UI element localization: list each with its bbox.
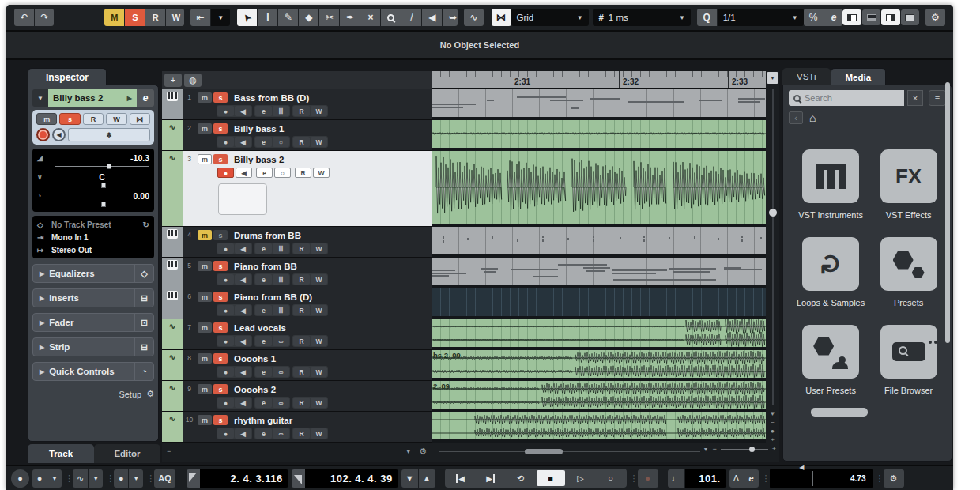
color-tool[interactable]: ➥ bbox=[443, 9, 458, 26]
monitor-button[interactable]: ◀ bbox=[235, 243, 251, 254]
audio-mode-button[interactable]: ∿ bbox=[73, 469, 88, 488]
track-row[interactable]: ∿ 9 msOooohs 2 ●◀e∞RW bbox=[162, 381, 432, 412]
mute-button[interactable]: m bbox=[198, 353, 212, 364]
edit-channel-button[interactable]: e bbox=[255, 428, 272, 439]
right-locator[interactable]: 102. 4. 4. 39 bbox=[292, 469, 398, 488]
metronome-click-button[interactable]: ● bbox=[638, 469, 658, 488]
audio-region[interactable] bbox=[432, 319, 766, 350]
tab-media[interactable]: Media bbox=[831, 68, 887, 85]
go-to-previous-marker-button[interactable]: ◀ bbox=[447, 470, 475, 486]
output-routing-row[interactable]: ↦ Stereo Out bbox=[37, 243, 149, 256]
right-zone-toggle[interactable] bbox=[881, 9, 899, 25]
gear-icon[interactable]: ⚙ bbox=[419, 447, 427, 457]
draw-tool[interactable]: ✎ bbox=[278, 9, 298, 26]
media-scrollbar[interactable] bbox=[945, 82, 950, 343]
midi-mode-button[interactable]: ● bbox=[114, 469, 128, 488]
edit-channel-button[interactable]: e bbox=[255, 367, 272, 377]
solo-button[interactable]: s bbox=[213, 154, 228, 164]
write-button[interactable]: W bbox=[311, 305, 327, 315]
erase-tool[interactable]: ◆ bbox=[299, 9, 318, 26]
tile-vst-effects[interactable]: FX VST Effects bbox=[880, 149, 937, 220]
mute-button[interactable]: m bbox=[198, 384, 212, 394]
zoom-out-icon[interactable]: − bbox=[771, 418, 775, 427]
lower-zone-toggle[interactable] bbox=[862, 9, 880, 25]
record-enable-button[interactable]: ● bbox=[217, 336, 234, 346]
midi-region[interactable] bbox=[432, 89, 766, 120]
inspector-write-button[interactable]: W bbox=[106, 113, 126, 125]
tab-inspector[interactable]: Inspector bbox=[28, 68, 107, 85]
tile-file-browser[interactable]: File Browser bbox=[880, 325, 937, 395]
object-selection-tool[interactable]: ➤ bbox=[237, 9, 257, 26]
track-row[interactable]: ∿ 2 msBilly bass 1 ●◀e○RW bbox=[162, 120, 432, 151]
monitor-button[interactable]: ◀ bbox=[235, 367, 251, 377]
record-mode-dropdown[interactable]: ▼ bbox=[47, 469, 62, 488]
left-locator-display[interactable]: 2. 4. 3.116 bbox=[200, 469, 288, 488]
right-locator-display[interactable]: 102. 4. 4. 39 bbox=[305, 469, 398, 488]
write-button[interactable]: W bbox=[311, 428, 327, 439]
monitor-button[interactable]: ◀ bbox=[52, 128, 66, 141]
track-row[interactable]: ∿ 8 msOooohs 1 ●◀e∞RW bbox=[162, 350, 432, 381]
channel-icon[interactable]: ∞ bbox=[273, 398, 289, 408]
section-equalizers[interactable]: ▶ Equalizers ◇ bbox=[32, 264, 154, 283]
fader-badge-icon[interactable]: ⊡ bbox=[134, 314, 153, 331]
edit-channel-button[interactable]: e bbox=[255, 137, 272, 147]
mute-button[interactable]: m bbox=[198, 292, 212, 302]
inspector-read-button[interactable]: R bbox=[83, 113, 104, 125]
constrain-delay-button[interactable]: ● bbox=[11, 469, 29, 488]
cycle-button[interactable]: ⟲ bbox=[507, 470, 535, 486]
tab-editor[interactable]: Editor bbox=[94, 444, 160, 463]
monitor-button[interactable]: ◀ bbox=[235, 305, 251, 315]
record-enable-button[interactable]: ● bbox=[217, 398, 234, 408]
edit-channel-button[interactable]: e bbox=[255, 243, 272, 254]
midi-mode-dropdown[interactable]: ▼ bbox=[129, 469, 143, 488]
write-button[interactable]: W bbox=[313, 168, 330, 178]
scrollbar-track[interactable] bbox=[439, 451, 700, 452]
add-track-button[interactable]: + bbox=[164, 74, 182, 87]
quantize-panel-button[interactable]: e bbox=[824, 9, 843, 26]
chevron-down-icon[interactable]: ▼ bbox=[703, 447, 709, 452]
record-enable-button[interactable]: ● bbox=[217, 428, 234, 439]
midi-region[interactable] bbox=[432, 227, 766, 258]
record-enable-button[interactable]: ● bbox=[217, 274, 234, 285]
vertical-zoom-thumb[interactable] bbox=[769, 209, 777, 217]
write-button[interactable]: W bbox=[311, 398, 327, 408]
mute-all-button[interactable]: M bbox=[104, 9, 124, 26]
section-quick-controls[interactable]: ▶ Quick Controls ◔ bbox=[32, 362, 154, 381]
vertical-zoom-track[interactable] bbox=[772, 89, 774, 405]
instrument-icon[interactable]: Ⅲ bbox=[273, 106, 289, 116]
snap-toggle-button[interactable]: ⋈ bbox=[492, 9, 511, 26]
track-picture-placeholder[interactable] bbox=[218, 183, 267, 215]
horizontal-scrollbar-thumb[interactable] bbox=[525, 449, 563, 454]
punch-out-button[interactable]: ▲ bbox=[419, 469, 435, 488]
punch-in-button[interactable]: ▼ bbox=[401, 469, 418, 488]
search-clear-button[interactable]: × bbox=[907, 90, 923, 106]
solo-button[interactable]: s bbox=[213, 415, 228, 425]
volume-slider[interactable] bbox=[55, 164, 149, 169]
read-all-button[interactable]: R bbox=[145, 9, 165, 26]
read-button[interactable]: R bbox=[293, 336, 310, 346]
write-button[interactable]: W bbox=[311, 137, 327, 147]
read-button[interactable]: R bbox=[293, 398, 310, 408]
audio-region[interactable] bbox=[432, 412, 766, 443]
timeline-ruler[interactable]: 2:31 2:32 2:33 bbox=[432, 71, 779, 89]
range-selection-tool[interactable]: I bbox=[258, 9, 277, 26]
read-button[interactable]: R bbox=[293, 243, 310, 254]
write-button[interactable]: W bbox=[311, 106, 327, 116]
mute-button[interactable]: m bbox=[198, 322, 212, 333]
pan-slider[interactable] bbox=[55, 183, 149, 188]
tile-vst-instruments[interactable]: VST Instruments bbox=[798, 149, 863, 220]
audio-region[interactable]: 2_09 bbox=[432, 381, 766, 412]
chevron-down-icon[interactable]: ▼ bbox=[405, 449, 411, 454]
musical-mode-button[interactable]: ⋈ bbox=[130, 113, 150, 125]
edit-channel-button[interactable]: e bbox=[137, 89, 154, 107]
audio-region[interactable] bbox=[432, 120, 766, 151]
solo-button[interactable]: s bbox=[213, 292, 228, 302]
read-button[interactable]: R bbox=[293, 305, 310, 315]
autoscroll-options-dropdown[interactable]: ▼ bbox=[211, 9, 230, 26]
inspector-track-name[interactable]: Billy bass 2 ▶ bbox=[48, 89, 137, 107]
metronome-setup-button[interactable]: e bbox=[744, 469, 759, 488]
tile-presets[interactable]: Presets bbox=[880, 237, 937, 307]
quantize-preset-dropdown[interactable]: 1/1 ▼ bbox=[718, 9, 804, 26]
inspector-solo-button[interactable]: s bbox=[59, 113, 80, 125]
read-button[interactable]: R bbox=[293, 106, 310, 116]
